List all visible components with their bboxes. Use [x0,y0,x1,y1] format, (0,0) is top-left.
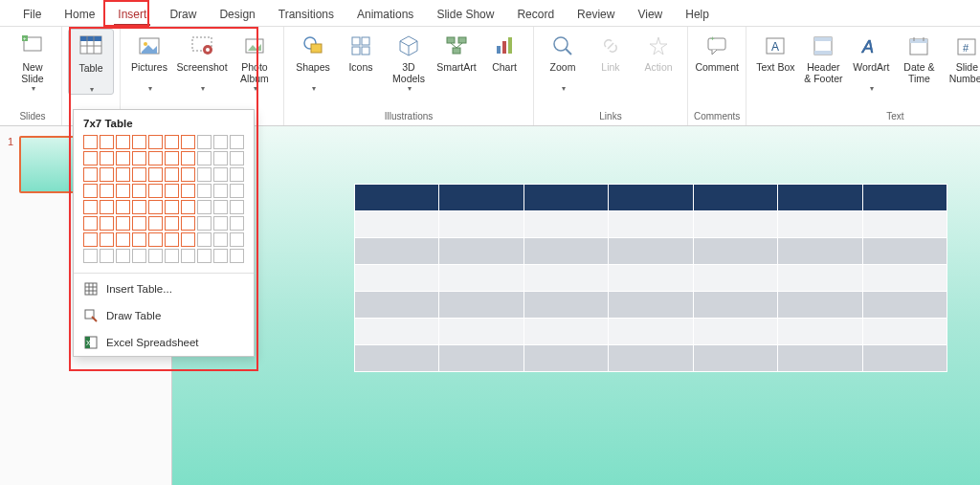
table-cell[interactable] [862,265,947,292]
table-cell[interactable] [693,345,777,372]
insert-table-item[interactable]: Insert Table... [74,276,254,302]
table-cell[interactable] [778,345,862,372]
grid-cell[interactable] [165,232,179,247]
grid-cell[interactable] [132,200,146,214]
grid-cell[interactable] [181,135,195,149]
grid-cell[interactable] [83,167,98,182]
table-cell[interactable] [523,265,608,292]
grid-cell[interactable] [213,249,228,263]
table-cell[interactable] [439,319,523,345]
grid-cell[interactable] [116,167,130,182]
table-cell[interactable] [693,319,777,345]
grid-cell[interactable] [116,151,130,165]
table-cell[interactable] [693,211,777,238]
grid-cell[interactable] [148,216,163,231]
grid-cell[interactable] [165,151,179,165]
grid-cell[interactable] [197,184,212,198]
table-cell[interactable] [609,238,693,265]
grid-cell[interactable] [181,232,195,247]
tab-design[interactable]: Design [208,2,266,25]
photo-album-button[interactable]: Photo Album ▾ [232,29,278,93]
grid-cell[interactable] [213,151,228,165]
grid-cell[interactable] [197,151,212,165]
grid-cell[interactable] [148,135,163,149]
grid-cell[interactable] [100,200,114,214]
grid-cell[interactable] [116,200,130,214]
table-cell[interactable] [355,319,439,345]
grid-cell[interactable] [83,135,98,149]
table-cell[interactable] [609,265,693,292]
table-cell[interactable] [523,319,608,345]
table-header-cell[interactable] [693,185,777,211]
table-cell[interactable] [355,265,439,292]
tab-draw[interactable]: Draw [158,2,208,25]
table-cell[interactable] [693,265,777,292]
table-cell[interactable] [778,238,862,265]
grid-cell[interactable] [132,216,146,231]
grid-cell[interactable] [132,232,146,247]
grid-cell[interactable] [213,232,228,247]
table-cell[interactable] [439,345,523,372]
grid-cell[interactable] [165,200,179,214]
wordart-button[interactable]: A WordArt ▾ [848,29,894,93]
tab-help[interactable]: Help [674,2,721,25]
grid-cell[interactable] [132,135,146,149]
grid-cell[interactable] [197,216,212,231]
grid-cell[interactable] [148,232,163,247]
table-header-cell[interactable] [523,185,608,211]
grid-cell[interactable] [165,249,179,263]
grid-cell[interactable] [116,135,130,149]
tab-record[interactable]: Record [505,2,566,25]
table-cell[interactable] [355,238,439,265]
table-cell[interactable] [693,238,777,265]
grid-cell[interactable] [181,184,195,198]
grid-cell[interactable] [230,184,244,198]
grid-cell[interactable] [148,151,163,165]
screenshot-button[interactable]: Screenshot ▾ [174,29,230,93]
chart-button[interactable]: Chart [481,29,527,84]
grid-cell[interactable] [100,216,114,231]
grid-cell[interactable] [197,200,212,214]
grid-cell[interactable] [165,167,179,182]
grid-cell[interactable] [100,232,114,247]
grid-cell[interactable] [230,249,244,263]
table-header-cell[interactable] [439,185,523,211]
inserted-table[interactable] [354,184,947,372]
table-cell[interactable] [778,265,862,292]
grid-cell[interactable] [181,249,195,263]
grid-cell[interactable] [83,184,98,198]
grid-cell[interactable] [213,184,228,198]
table-cell[interactable] [439,292,523,319]
table-header-cell[interactable] [862,185,947,211]
grid-cell[interactable] [181,151,195,165]
slide-editor[interactable] [172,126,980,485]
table-cell[interactable] [609,292,693,319]
grid-cell[interactable] [100,135,114,149]
tab-slide-show[interactable]: Slide Show [425,2,505,25]
grid-cell[interactable] [230,232,244,247]
grid-cell[interactable] [83,232,98,247]
grid-cell[interactable] [197,135,212,149]
table-cell[interactable] [862,319,947,345]
table-cell[interactable] [693,292,777,319]
table-cell[interactable] [355,292,439,319]
grid-cell[interactable] [213,135,228,149]
grid-cell[interactable] [116,232,130,247]
grid-cell[interactable] [213,216,228,231]
grid-cell[interactable] [100,151,114,165]
table-header-cell[interactable] [355,185,439,211]
grid-cell[interactable] [83,200,98,214]
table-button[interactable]: Table ▾ [68,29,114,95]
excel-spreadsheet-item[interactable]: X Excel Spreadsheet [74,329,254,356]
table-cell[interactable] [523,211,608,238]
grid-cell[interactable] [148,249,163,263]
table-cell[interactable] [439,238,523,265]
grid-cell[interactable] [230,200,244,214]
table-header-cell[interactable] [778,185,862,211]
grid-cell[interactable] [197,249,212,263]
comment-button[interactable]: + Comment [694,29,740,84]
grid-cell[interactable] [181,200,195,214]
draw-table-item[interactable]: Draw Table [74,302,254,329]
tab-home[interactable]: Home [53,2,106,25]
grid-cell[interactable] [181,167,195,182]
